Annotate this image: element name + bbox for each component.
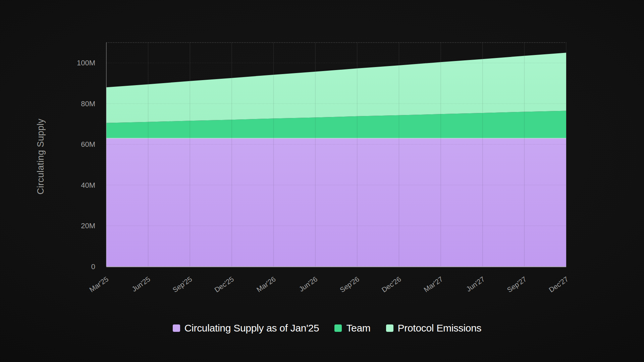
x-tick-label: Jun'27: [465, 275, 486, 293]
legend-swatch: [386, 324, 393, 332]
legend-swatch: [173, 324, 180, 332]
y-tick-label: 0: [91, 262, 95, 271]
legend-label: Circulating Supply as of Jan'25: [184, 322, 319, 334]
x-tick-label: Mar'25: [88, 275, 110, 293]
y-tick-label: 80M: [81, 100, 95, 108]
x-tick-label: Sep'26: [338, 275, 361, 294]
legend-item-team[interactable]: Team: [334, 322, 370, 334]
legend-label: Protocol Emissions: [398, 322, 482, 334]
area-protocol-emissions: [106, 53, 566, 123]
legend-item-circulating-supply[interactable]: Circulating Supply as of Jan'25: [173, 322, 319, 334]
chart-legend: Circulating Supply as of Jan'25TeamProto…: [0, 320, 644, 336]
x-tick-label: Mar'27: [422, 275, 444, 293]
y-tick-label: 60M: [81, 140, 95, 148]
legend-item-protocol-emissions[interactable]: Protocol Emissions: [386, 322, 482, 334]
y-axis-labels: 020M40M60M80M100M: [77, 59, 95, 270]
y-tick-label: 20M: [81, 222, 95, 230]
x-tick-label: Dec'27: [547, 275, 570, 294]
chart-canvas: 020M40M60M80M100MMar'25Jun'25Sep'25Dec'2…: [0, 0, 644, 362]
x-tick-label: Jun'25: [130, 275, 152, 293]
y-axis-title: Circulating Supply: [36, 119, 46, 195]
legend-swatch: [334, 324, 342, 332]
legend-label: Team: [346, 322, 370, 334]
x-tick-label: Jun'26: [298, 275, 319, 293]
x-axis-labels: Mar'25Jun'25Sep'25Dec'25Mar'26Jun'26Sep'…: [88, 275, 570, 294]
x-tick-label: Sep'27: [505, 275, 528, 294]
x-tick-label: Dec'25: [213, 275, 235, 294]
x-tick-label: Sep'25: [171, 275, 193, 294]
x-tick-label: Dec'26: [380, 275, 402, 294]
y-tick-label: 100M: [77, 59, 95, 67]
y-tick-label: 40M: [81, 181, 95, 189]
area-circulating-supply: [106, 138, 566, 266]
stacked-area-chart: 020M40M60M80M100MMar'25Jun'25Sep'25Dec'2…: [0, 0, 644, 362]
x-tick-label: Mar'26: [255, 275, 277, 293]
